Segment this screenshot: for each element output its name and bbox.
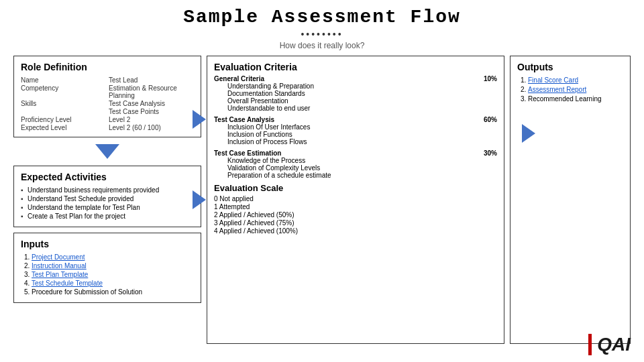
inputs-list: Project Document Instruction Manual Test… xyxy=(21,253,194,296)
input-item: Project Document xyxy=(32,253,194,261)
activity-item: Understand the template for Test Plan xyxy=(21,204,194,211)
proficiency-value: Level 2 xyxy=(109,116,194,123)
sub-item: Inclusion of Functions xyxy=(227,131,497,138)
outputs-title: Outputs xyxy=(517,62,623,72)
skills-value: Test Case Analysis xyxy=(109,100,194,107)
activities-list: Understand business requirements provide… xyxy=(21,186,194,220)
sub-item: Overall Presentation xyxy=(227,97,497,105)
arrow-down-container xyxy=(13,144,201,159)
sub-item: Inclusion of Process Flows xyxy=(227,138,497,145)
test-case-estimation-sub: Knowledge of the Process Validation of C… xyxy=(214,157,497,179)
evaluation-scale-title: Evaluation Scale xyxy=(214,183,497,193)
expected-value: Level 2 (60 / 100) xyxy=(109,124,194,131)
expected-activities-box: Expected Activities Understand business … xyxy=(13,166,201,227)
scale-item: 4 Applied / Achieved (100%) xyxy=(214,227,497,235)
output-item: Recommended Learning xyxy=(528,95,623,103)
name-value: Test Lead xyxy=(109,76,194,84)
test-case-estimation-section: Test Case Estimation 30% Knowledge of th… xyxy=(214,149,497,179)
sub-item: Knowledge of the Process xyxy=(227,157,497,164)
input-item: Test Plan Template xyxy=(32,271,194,278)
test-case-estimation-label: Test Case Estimation xyxy=(214,149,281,157)
expected-label: Expected Level xyxy=(21,124,106,131)
test-schedule-template-link[interactable]: Test Schedule Template xyxy=(32,280,103,287)
activity-item: Create a Test Plan for the project xyxy=(21,213,194,220)
test-case-estimation-row: Test Case Estimation 30% xyxy=(214,149,497,157)
sub-item: Inclusion Of User Interfaces xyxy=(227,123,497,131)
instruction-manual-link[interactable]: Instruction Manual xyxy=(32,262,87,269)
arrow-right-icon xyxy=(193,110,206,129)
activity-item: Understand business requirements provide… xyxy=(21,186,194,194)
title-section: Sample Assessment Flow •••••••• How does… xyxy=(13,7,631,50)
skills-label2 xyxy=(21,108,106,115)
evaluation-criteria-box: Evaluation Criteria General Criteria 10%… xyxy=(207,56,504,344)
test-case-analysis-row: Test Case Analysis 60% xyxy=(214,116,497,123)
qai-brand: QAI xyxy=(588,334,631,355)
role-grid: Name Test Lead Competency Estimation & R… xyxy=(21,76,194,131)
general-criteria-row: General Criteria 10% xyxy=(214,75,497,82)
role-definition-title: Role Definition xyxy=(21,62,194,72)
sub-item: Understanding & Preparation xyxy=(227,82,497,90)
subtitle: How does it really look? xyxy=(13,41,631,50)
test-plan-template-link[interactable]: Test Plan Template xyxy=(32,271,88,278)
inputs-box: Inputs Project Document Instruction Manu… xyxy=(13,233,201,303)
proficiency-label: Proficiency Level xyxy=(21,116,106,123)
test-case-estimation-pct: 30% xyxy=(484,149,497,157)
inputs-title: Inputs xyxy=(21,239,194,249)
name-label: Name xyxy=(21,76,106,84)
test-case-analysis-pct: 60% xyxy=(484,116,497,123)
test-case-analysis-label: Test Case Analysis xyxy=(214,116,274,123)
main-title: Sample Assessment Flow xyxy=(13,7,631,27)
outputs-box: Outputs Final Score Card Assessment Repo… xyxy=(510,56,631,344)
left-column: Role Definition Name Test Lead Competenc… xyxy=(13,56,201,344)
output-item: Assessment Report xyxy=(528,86,623,93)
input-item: Procedure for Submission of Solution xyxy=(32,288,194,296)
skills-value2: Test Case Points xyxy=(109,108,194,115)
activity-item: Understand Test Schedule provided xyxy=(21,195,194,202)
general-criteria-section: General Criteria 10% Understanding & Pre… xyxy=(214,75,497,112)
test-case-analysis-sub: Inclusion Of User Interfaces Inclusion o… xyxy=(214,123,497,145)
arrow-down-icon xyxy=(95,144,119,159)
arrow-right-outputs-icon xyxy=(522,124,535,143)
assessment-report-link[interactable]: Assessment Report xyxy=(528,86,586,93)
arrow-right-icon2 xyxy=(193,190,206,209)
dots-decoration: •••••••• xyxy=(13,29,631,40)
general-criteria-label: General Criteria xyxy=(214,75,264,82)
output-item: Final Score Card xyxy=(528,76,623,84)
outputs-list: Final Score Card Assessment Report Recom… xyxy=(517,76,623,103)
scale-item: 1 Attempted xyxy=(214,203,497,210)
page: Sample Assessment Flow •••••••• How does… xyxy=(0,0,644,362)
sub-item: Documentation Standards xyxy=(227,90,497,97)
main-columns: Role Definition Name Test Lead Competenc… xyxy=(13,56,631,344)
eval-criteria-title: Evaluation Criteria xyxy=(214,62,497,72)
competency-label: Competency xyxy=(21,84,106,99)
input-item: Test Schedule Template xyxy=(32,280,194,287)
final-score-card-link[interactable]: Final Score Card xyxy=(528,76,578,84)
competency-value: Estimation & Resource Planning xyxy=(109,84,194,99)
test-case-analysis-section: Test Case Analysis 60% Inclusion Of User… xyxy=(214,116,497,145)
sub-item: Preparation of a schedule estimate xyxy=(227,172,497,179)
expected-activities-title: Expected Activities xyxy=(21,172,194,182)
scale-item: 2 Applied / Achieved (50%) xyxy=(214,211,497,219)
general-criteria-sub: Understanding & Preparation Documentatio… xyxy=(214,82,497,112)
scale-item: 0 Not applied xyxy=(214,195,497,202)
scale-list: 0 Not applied 1 Attempted 2 Applied / Ac… xyxy=(214,195,497,235)
role-definition-box: Role Definition Name Test Lead Competenc… xyxy=(13,56,201,137)
evaluation-scale-section: Evaluation Scale 0 Not applied 1 Attempt… xyxy=(214,183,497,235)
sub-item: Understandable to end user xyxy=(227,105,497,112)
skills-label: Skills xyxy=(21,100,106,107)
scale-item: 3 Applied / Achieved (75%) xyxy=(214,219,497,227)
project-document-link[interactable]: Project Document xyxy=(32,253,85,261)
input-item: Instruction Manual xyxy=(32,262,194,269)
sub-item: Validation of Complexity Levels xyxy=(227,164,497,172)
general-criteria-pct: 10% xyxy=(484,75,497,82)
